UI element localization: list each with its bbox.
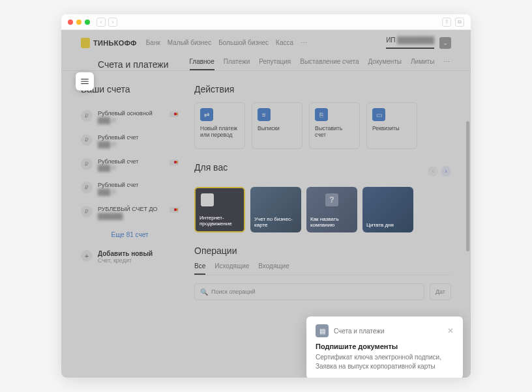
- ruble-icon: ₽: [81, 182, 93, 193]
- transfer-icon: ⇄: [200, 108, 213, 121]
- document-icon: ▤: [316, 324, 329, 337]
- action-new-payment[interactable]: ⇄ Новый платеж или перевод: [194, 102, 245, 149]
- nav-back-button[interactable]: ‹: [96, 18, 106, 27]
- operations-section: Операции Все Исходящие Входящие 🔍 Поиск …: [194, 245, 451, 300]
- toast-body: Сертификат ключа электронной подписи, За…: [316, 353, 454, 371]
- nav-link-kassa[interactable]: Касса: [276, 39, 293, 46]
- plus-icon: +: [81, 250, 93, 262]
- promo-card[interactable]: Учет по бизнес-карте: [250, 187, 301, 232]
- close-window-icon[interactable]: [68, 20, 73, 25]
- document-icon: ≡: [258, 108, 271, 121]
- main-column: Действия ⇄ Новый платеж или перевод ≡ Вы…: [194, 84, 451, 300]
- card-badge-icon: [170, 111, 179, 117]
- operations-search-input[interactable]: 🔍 Поиск операций: [194, 283, 424, 300]
- minimize-window-icon[interactable]: [76, 20, 81, 25]
- toast-title: Подпишите документы: [316, 343, 454, 350]
- tabs-icon[interactable]: ⧉: [455, 18, 464, 27]
- account-row[interactable]: ₽ РУБЛЕВЫЙ СЧЕТ ДО ██████: [81, 201, 179, 225]
- user-account-switcher[interactable]: ИП ████████: [386, 36, 434, 49]
- accounts-heading: Ваши счета: [81, 84, 179, 94]
- tab-main[interactable]: Главное: [190, 58, 214, 70]
- foryou-heading: Для вас: [194, 162, 228, 173]
- app-window: ‹ › ⇪ ⧉ ТИНЬКОФФ Банк Малый бизнес Больш…: [61, 14, 471, 378]
- brand-bar: ТИНЬКОФФ Банк Малый бизнес Большой бизне…: [61, 30, 471, 54]
- menu-toggle-button[interactable]: [76, 72, 94, 91]
- profile-menu-button[interactable]: ⌄: [439, 37, 451, 49]
- tab-payments[interactable]: Платежи: [224, 58, 250, 70]
- tab-invoicing[interactable]: Выставление счета: [300, 58, 359, 70]
- section-tabs: Главное Платежи Репутация Выставление сч…: [190, 58, 451, 70]
- account-row[interactable]: ₽ Рублевый счет ███ ₽: [81, 176, 179, 201]
- section-header: Счета и платежи Главное Платежи Репутаци…: [61, 54, 471, 70]
- action-requisites[interactable]: ▭ Реквизиты: [366, 102, 417, 149]
- share-icon[interactable]: ⇪: [442, 18, 451, 27]
- invoice-icon: ⎘: [315, 108, 328, 121]
- close-icon[interactable]: ✕: [447, 326, 454, 335]
- operations-heading: Операции: [194, 245, 451, 256]
- account-row[interactable]: ₽ Рублевый счет ███ ₽: [81, 153, 179, 177]
- card-badge-icon: [170, 207, 179, 213]
- page-title: Счета и платежи: [98, 59, 169, 70]
- actions-heading: Действия: [194, 84, 451, 94]
- ruble-icon: ₽: [81, 134, 93, 146]
- promo-card[interactable]: Как назвать компанию: [306, 187, 357, 232]
- promo-card[interactable]: Цитата дня: [362, 187, 413, 232]
- briefcase-icon: ▭: [372, 108, 385, 121]
- page-content: ТИНЬКОФФ Банк Малый бизнес Большой бизне…: [61, 30, 471, 378]
- nav-forward-button[interactable]: ›: [108, 18, 117, 27]
- hamburger-icon: [80, 77, 89, 86]
- tabs-more-icon[interactable]: ⋯: [443, 58, 450, 70]
- search-icon: 🔍: [200, 288, 208, 296]
- window-titlebar: ‹ › ⇪ ⧉: [61, 14, 471, 30]
- shield-icon: [81, 38, 90, 48]
- carousel-prev-button[interactable]: ‹: [428, 166, 438, 176]
- action-statements[interactable]: ≡ Выписки: [252, 102, 303, 149]
- show-more-accounts-link[interactable]: Еще 81 счет: [81, 225, 179, 245]
- nav-link-bank[interactable]: Банк: [146, 39, 160, 46]
- brand-name: ТИНЬКОФФ: [93, 39, 137, 47]
- promo-card[interactable]: Интернет-продвижение: [194, 187, 245, 232]
- ruble-icon: ₽: [81, 110, 93, 122]
- add-account-button[interactable]: + Добавить новый Счет, кредит: [81, 245, 179, 269]
- action-invoice[interactable]: ⎘ Выставить счет: [309, 102, 360, 149]
- account-row[interactable]: ₽ Рублевый основной ███ ₽: [81, 105, 179, 129]
- nav-link-big-biz[interactable]: Большой бизнес: [218, 39, 269, 46]
- operations-date-filter[interactable]: Дат: [430, 283, 451, 300]
- nav-more-icon[interactable]: ⋯: [301, 39, 307, 46]
- tab-reputation[interactable]: Репутация: [259, 58, 291, 70]
- brand-logo[interactable]: ТИНЬКОФФ: [81, 38, 137, 48]
- ops-tab-all[interactable]: Все: [194, 262, 205, 275]
- ruble-icon: ₽: [81, 206, 93, 217]
- tab-documents[interactable]: Документы: [368, 58, 402, 70]
- maximize-window-icon[interactable]: [85, 20, 90, 25]
- accounts-column: Ваши счета ₽ Рублевый основной ███ ₽ ₽ Р…: [81, 84, 179, 300]
- ops-tab-outgoing[interactable]: Исходящие: [214, 262, 249, 275]
- ruble-icon: ₽: [81, 158, 93, 170]
- ops-tab-incoming[interactable]: Входящие: [258, 262, 289, 275]
- nav-link-small-biz[interactable]: Малый бизнес: [168, 39, 211, 46]
- carousel-next-button[interactable]: ›: [441, 166, 451, 176]
- account-row[interactable]: ₽ Рублевый счет ███ ₽: [81, 129, 179, 153]
- scrollbar[interactable]: [466, 121, 469, 251]
- card-badge-icon: [170, 160, 179, 165]
- notification-toast[interactable]: ▤ Счета и платежи ✕ Подпишите документы …: [306, 316, 463, 378]
- tab-limits[interactable]: Лимиты: [411, 58, 434, 70]
